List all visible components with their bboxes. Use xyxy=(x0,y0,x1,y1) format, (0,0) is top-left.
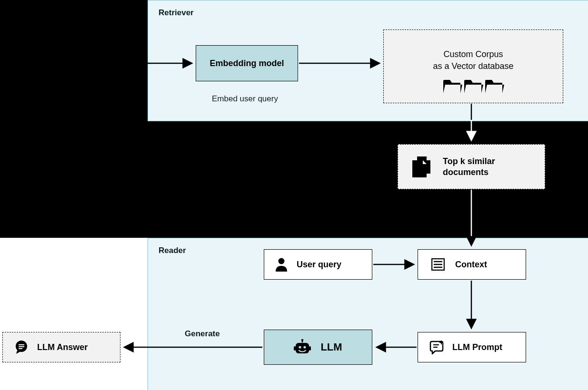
embed-user-query-caption: Embed user query xyxy=(212,94,278,104)
user-query-label: User query xyxy=(297,260,341,270)
topk-box: Top k similar documents xyxy=(398,144,545,189)
llm-answer-box: LLM Answer xyxy=(2,332,120,362)
llm-prompt-box: LLM Prompt xyxy=(418,332,526,362)
generate-label: Generate xyxy=(185,329,220,339)
llm-box: LLM xyxy=(264,330,372,365)
svg-point-10 xyxy=(301,339,303,341)
retriever-title: Retriever xyxy=(159,8,194,18)
chat-icon xyxy=(14,340,29,354)
folder-icons xyxy=(442,76,504,95)
corpus-line2: as a Vector database xyxy=(433,61,513,71)
svg-point-14 xyxy=(299,346,301,348)
documents-icon xyxy=(410,156,431,178)
llm-answer-label: LLM Answer xyxy=(37,342,88,352)
context-icon xyxy=(431,258,445,271)
svg-rect-13 xyxy=(309,346,311,351)
svg-rect-12 xyxy=(294,346,296,351)
topk-label: Top k similar documents xyxy=(443,156,528,177)
svg-point-0 xyxy=(279,258,285,264)
reader-title: Reader xyxy=(159,246,186,255)
user-query-box: User query xyxy=(264,249,372,280)
corpus-box: Custom Corpus as a Vector database xyxy=(383,29,563,103)
context-box: Context xyxy=(418,249,526,280)
context-label: Context xyxy=(455,260,487,270)
robot-icon xyxy=(294,339,311,355)
embedding-model-box: Embedding model xyxy=(196,45,298,81)
llm-label: LLM xyxy=(320,341,342,353)
svg-point-15 xyxy=(304,346,306,348)
embedding-model-label: Embedding model xyxy=(209,58,284,69)
llm-prompt-label: LLM Prompt xyxy=(452,342,502,352)
user-icon xyxy=(275,257,288,272)
diagram-canvas: Retriever Embedding model Embed user que… xyxy=(0,0,588,390)
corpus-line1: Custom Corpus xyxy=(443,49,503,59)
prompt-icon xyxy=(429,340,444,354)
